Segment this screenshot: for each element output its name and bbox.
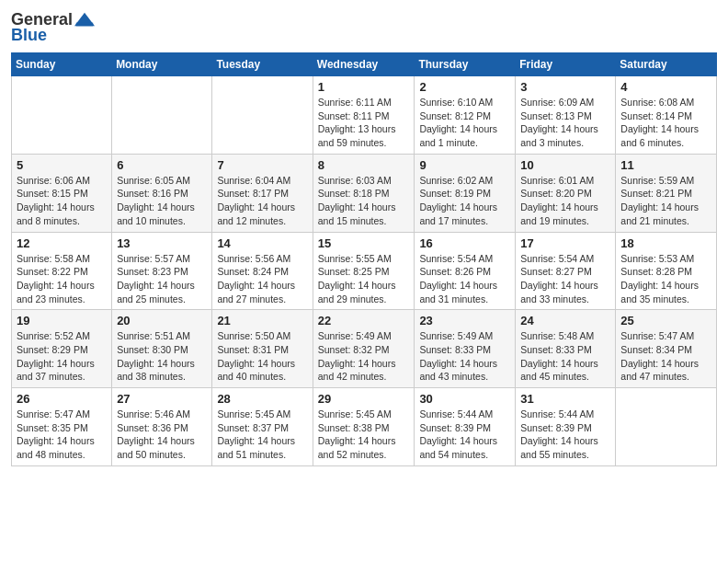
calendar-cell: 30Sunrise: 5:44 AMSunset: 8:39 PMDayligh… <box>415 388 516 466</box>
day-number: 30 <box>419 392 510 406</box>
day-number: 9 <box>419 158 510 172</box>
calendar-cell: 10Sunrise: 6:01 AMSunset: 8:20 PMDayligh… <box>516 154 616 232</box>
svg-rect-1 <box>76 23 93 27</box>
calendar-week-row: 1Sunrise: 6:11 AMSunset: 8:11 PMDaylight… <box>12 76 717 155</box>
calendar-cell: 17Sunrise: 5:54 AMSunset: 8:27 PMDayligh… <box>516 232 616 310</box>
day-number: 5 <box>17 158 107 172</box>
calendar-cell: 6Sunrise: 6:05 AMSunset: 8:16 PMDaylight… <box>112 154 212 232</box>
day-header-wednesday: Wednesday <box>313 53 415 76</box>
calendar-cell: 12Sunrise: 5:58 AMSunset: 8:22 PMDayligh… <box>12 232 112 310</box>
calendar-cell <box>212 76 313 155</box>
day-info: Sunrise: 5:55 AMSunset: 8:25 PMDaylight:… <box>318 252 410 306</box>
day-info: Sunrise: 5:47 AMSunset: 8:34 PMDaylight:… <box>620 329 711 384</box>
calendar-cell: 24Sunrise: 5:48 AMSunset: 8:33 PMDayligh… <box>516 310 616 388</box>
day-number: 11 <box>620 158 711 172</box>
day-number: 19 <box>17 314 107 327</box>
day-info: Sunrise: 6:02 AMSunset: 8:19 PMDaylight:… <box>419 174 510 228</box>
day-info: Sunrise: 6:01 AMSunset: 8:20 PMDaylight:… <box>520 174 610 228</box>
day-number: 25 <box>620 314 711 327</box>
day-info: Sunrise: 5:56 AMSunset: 8:24 PMDaylight:… <box>217 252 307 306</box>
day-info: Sunrise: 6:03 AMSunset: 8:18 PMDaylight:… <box>318 174 410 228</box>
day-info: Sunrise: 6:08 AMSunset: 8:14 PMDaylight:… <box>620 96 711 150</box>
calendar-cell: 2Sunrise: 6:10 AMSunset: 8:12 PMDaylight… <box>415 76 516 155</box>
day-number: 12 <box>17 236 107 250</box>
day-number: 20 <box>117 314 207 327</box>
calendar-cell: 14Sunrise: 5:56 AMSunset: 8:24 PMDayligh… <box>212 232 313 310</box>
day-number: 13 <box>117 236 207 250</box>
day-info: Sunrise: 5:44 AMSunset: 8:39 PMDaylight:… <box>520 408 610 462</box>
day-info: Sunrise: 6:06 AMSunset: 8:15 PMDaylight:… <box>17 174 107 228</box>
calendar-cell: 1Sunrise: 6:11 AMSunset: 8:11 PMDaylight… <box>313 76 415 155</box>
day-info: Sunrise: 5:44 AMSunset: 8:39 PMDaylight:… <box>419 408 510 462</box>
calendar-week-row: 19Sunrise: 5:52 AMSunset: 8:29 PMDayligh… <box>12 310 717 388</box>
day-number: 26 <box>17 392 107 406</box>
day-info: Sunrise: 6:11 AMSunset: 8:11 PMDaylight:… <box>318 96 410 150</box>
day-info: Sunrise: 5:51 AMSunset: 8:30 PMDaylight:… <box>117 329 207 384</box>
calendar-cell: 9Sunrise: 6:02 AMSunset: 8:19 PMDaylight… <box>415 154 516 232</box>
day-number: 10 <box>520 158 610 172</box>
calendar-cell: 25Sunrise: 5:47 AMSunset: 8:34 PMDayligh… <box>616 310 717 388</box>
calendar-cell: 11Sunrise: 5:59 AMSunset: 8:21 PMDayligh… <box>616 154 717 232</box>
calendar-cell: 20Sunrise: 5:51 AMSunset: 8:30 PMDayligh… <box>112 310 212 388</box>
day-info: Sunrise: 5:54 AMSunset: 8:26 PMDaylight:… <box>419 252 510 306</box>
day-number: 17 <box>520 236 610 250</box>
day-number: 23 <box>419 314 510 327</box>
day-number: 2 <box>419 80 510 94</box>
logo: General Blue <box>11 9 95 45</box>
calendar-cell: 7Sunrise: 6:04 AMSunset: 8:17 PMDaylight… <box>212 154 313 232</box>
day-info: Sunrise: 5:45 AMSunset: 8:37 PMDaylight:… <box>217 408 307 462</box>
day-info: Sunrise: 5:53 AMSunset: 8:28 PMDaylight:… <box>620 252 711 306</box>
day-info: Sunrise: 5:50 AMSunset: 8:31 PMDaylight:… <box>217 329 307 384</box>
header: General Blue <box>11 9 717 45</box>
calendar-cell <box>616 388 717 466</box>
day-number: 1 <box>318 80 410 94</box>
calendar-cell: 21Sunrise: 5:50 AMSunset: 8:31 PMDayligh… <box>212 310 313 388</box>
day-number: 29 <box>318 392 410 406</box>
day-info: Sunrise: 5:48 AMSunset: 8:33 PMDaylight:… <box>520 329 610 384</box>
calendar-cell: 19Sunrise: 5:52 AMSunset: 8:29 PMDayligh… <box>12 310 112 388</box>
day-info: Sunrise: 6:10 AMSunset: 8:12 PMDaylight:… <box>419 96 510 150</box>
calendar-cell: 13Sunrise: 5:57 AMSunset: 8:23 PMDayligh… <box>112 232 212 310</box>
calendar-cell: 28Sunrise: 5:45 AMSunset: 8:37 PMDayligh… <box>212 388 313 466</box>
day-number: 15 <box>318 236 410 250</box>
day-info: Sunrise: 6:04 AMSunset: 8:17 PMDaylight:… <box>217 174 307 228</box>
day-number: 21 <box>217 314 307 327</box>
day-info: Sunrise: 5:52 AMSunset: 8:29 PMDaylight:… <box>17 329 107 384</box>
day-info: Sunrise: 5:57 AMSunset: 8:23 PMDaylight:… <box>117 252 207 306</box>
calendar-cell: 22Sunrise: 5:49 AMSunset: 8:32 PMDayligh… <box>313 310 415 388</box>
day-info: Sunrise: 5:45 AMSunset: 8:38 PMDaylight:… <box>318 408 410 462</box>
day-number: 24 <box>520 314 610 327</box>
day-number: 22 <box>318 314 410 327</box>
day-info: Sunrise: 5:49 AMSunset: 8:32 PMDaylight:… <box>318 329 410 384</box>
calendar-cell: 29Sunrise: 5:45 AMSunset: 8:38 PMDayligh… <box>313 388 415 466</box>
day-number: 3 <box>520 80 610 94</box>
day-header-friday: Friday <box>516 53 616 76</box>
calendar-cell: 15Sunrise: 5:55 AMSunset: 8:25 PMDayligh… <box>313 232 415 310</box>
calendar-cell: 31Sunrise: 5:44 AMSunset: 8:39 PMDayligh… <box>516 388 616 466</box>
calendar-cell: 27Sunrise: 5:46 AMSunset: 8:36 PMDayligh… <box>112 388 212 466</box>
day-number: 7 <box>217 158 307 172</box>
day-number: 8 <box>318 158 410 172</box>
day-number: 14 <box>217 236 307 250</box>
calendar-cell: 5Sunrise: 6:06 AMSunset: 8:15 PMDaylight… <box>12 154 112 232</box>
day-number: 6 <box>117 158 207 172</box>
calendar-table: SundayMondayTuesdayWednesdayThursdayFrid… <box>11 52 717 466</box>
day-info: Sunrise: 6:09 AMSunset: 8:13 PMDaylight:… <box>520 96 610 150</box>
calendar-cell <box>12 76 112 155</box>
calendar-cell: 8Sunrise: 6:03 AMSunset: 8:18 PMDaylight… <box>313 154 415 232</box>
day-info: Sunrise: 5:54 AMSunset: 8:27 PMDaylight:… <box>520 252 610 306</box>
day-number: 31 <box>520 392 610 406</box>
calendar-week-row: 12Sunrise: 5:58 AMSunset: 8:22 PMDayligh… <box>12 232 717 310</box>
calendar-week-row: 26Sunrise: 5:47 AMSunset: 8:35 PMDayligh… <box>12 388 717 466</box>
day-number: 18 <box>620 236 711 250</box>
day-info: Sunrise: 5:46 AMSunset: 8:36 PMDaylight:… <box>117 408 207 462</box>
day-number: 4 <box>620 80 711 94</box>
calendar-cell: 16Sunrise: 5:54 AMSunset: 8:26 PMDayligh… <box>415 232 516 310</box>
calendar-week-row: 5Sunrise: 6:06 AMSunset: 8:15 PMDaylight… <box>12 154 717 232</box>
calendar-header-row: SundayMondayTuesdayWednesdayThursdayFrid… <box>12 53 717 76</box>
day-number: 27 <box>117 392 207 406</box>
day-info: Sunrise: 6:05 AMSunset: 8:16 PMDaylight:… <box>117 174 207 228</box>
calendar-cell: 3Sunrise: 6:09 AMSunset: 8:13 PMDaylight… <box>516 76 616 155</box>
day-header-thursday: Thursday <box>415 53 516 76</box>
day-number: 16 <box>419 236 510 250</box>
